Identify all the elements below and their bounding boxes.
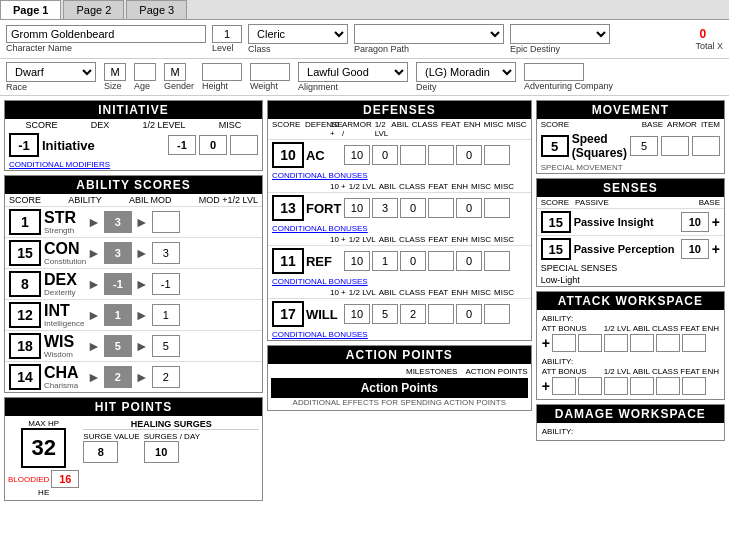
str-name-block: STR Strength xyxy=(44,210,84,235)
will-val4[interactable] xyxy=(428,304,454,324)
atk2-half-lvl[interactable] xyxy=(578,377,602,395)
surge-value-input[interactable] xyxy=(83,441,118,463)
paragon-dropdown[interactable] xyxy=(354,24,504,44)
speed-item-input[interactable] xyxy=(692,136,720,156)
str-mod-half-input[interactable] xyxy=(152,211,180,233)
fort-val5[interactable] xyxy=(456,198,482,218)
tab-bar: Page 1 Page 2 Page 3 xyxy=(0,0,729,20)
fort-val1[interactable] xyxy=(344,198,370,218)
hp-value-input[interactable] xyxy=(21,428,66,468)
will-val2[interactable] xyxy=(372,304,398,324)
dex-score-input[interactable] xyxy=(9,271,41,297)
surges-day-label: SURGES / DAY xyxy=(144,432,200,441)
ability-scores-section: ABILITY SCORES SCORE ABILITY ABIL MOD MO… xyxy=(4,175,263,393)
atk1-half-lvl[interactable] xyxy=(578,334,602,352)
epic-dropdown[interactable] xyxy=(510,24,610,44)
will-cond-bonus[interactable]: CONDITIONAL BONUSES xyxy=(268,329,531,340)
tab-page3[interactable]: Page 3 xyxy=(126,0,187,19)
int-score-input[interactable] xyxy=(9,302,41,328)
class-dropdown[interactable]: Cleric xyxy=(248,24,348,44)
alignment-dropdown[interactable]: Lawful Good xyxy=(298,62,408,82)
ac-val5[interactable] xyxy=(456,145,482,165)
initiative-misc-input[interactable] xyxy=(230,135,258,155)
gender-input[interactable] xyxy=(164,63,186,81)
surges-day-input[interactable] xyxy=(144,441,179,463)
fort-spacer xyxy=(272,182,327,191)
tab-page2[interactable]: Page 2 xyxy=(63,0,124,19)
atk1-class[interactable] xyxy=(630,334,654,352)
int-mod-half-input[interactable] xyxy=(152,304,180,326)
ref-val1[interactable] xyxy=(344,251,370,271)
tab-page1[interactable]: Page 1 xyxy=(0,0,61,19)
weight-input[interactable] xyxy=(250,63,290,81)
speed-base-input[interactable] xyxy=(630,136,658,156)
bloodied-value-input[interactable] xyxy=(51,470,79,488)
will-val5[interactable] xyxy=(456,304,482,324)
cha-score-input[interactable] xyxy=(9,364,41,390)
char-name-input[interactable] xyxy=(6,25,206,43)
height-input[interactable] xyxy=(202,63,242,81)
ref-cond-bonus[interactable]: CONDITIONAL BONUSES xyxy=(268,276,531,287)
wis-score-input[interactable] xyxy=(9,333,41,359)
speed-row: 5 Speed (Squares) xyxy=(537,130,724,162)
fort-val3[interactable] xyxy=(400,198,426,218)
size-input[interactable] xyxy=(104,63,126,81)
passive-insight-base[interactable] xyxy=(681,212,709,232)
con-mod: 3 xyxy=(104,242,132,264)
total-xp-label: Total X xyxy=(695,41,723,51)
fort-val6[interactable] xyxy=(484,198,510,218)
ac-score-input[interactable] xyxy=(272,142,304,168)
company-input[interactable] xyxy=(524,63,584,81)
will-val1[interactable] xyxy=(344,304,370,324)
fort-class-label: CLASS xyxy=(399,182,425,191)
atk1-abil[interactable] xyxy=(604,334,628,352)
action-points-button[interactable]: Action Points xyxy=(271,378,528,398)
initiative-half-lvl-input[interactable] xyxy=(199,135,227,155)
will-score-input[interactable] xyxy=(272,301,304,327)
ref-val3[interactable] xyxy=(400,251,426,271)
ref-score-input[interactable] xyxy=(272,248,304,274)
atk2-feat[interactable] xyxy=(656,377,680,395)
dex-mod-half-input[interactable] xyxy=(152,273,180,295)
ref-val2[interactable] xyxy=(372,251,398,271)
ref-val4[interactable] xyxy=(428,251,454,271)
wis-mod-half-input[interactable] xyxy=(152,335,180,357)
atk1-feat[interactable] xyxy=(656,334,680,352)
speed-armor-input[interactable] xyxy=(661,136,689,156)
ac-val4[interactable] xyxy=(428,145,454,165)
age-input[interactable] xyxy=(134,63,156,81)
initiative-cond-mod[interactable]: CONDITIONAL MODIFIERS xyxy=(5,159,262,170)
race-dropdown[interactable]: Dwarf xyxy=(6,62,96,82)
ac-val1[interactable] xyxy=(344,145,370,165)
ac-val2[interactable] xyxy=(372,145,398,165)
atk2-bonus[interactable] xyxy=(552,377,576,395)
fort-val4[interactable] xyxy=(428,198,454,218)
deity-group: (LG) Moradin Deity xyxy=(416,62,516,92)
str-score-input[interactable] xyxy=(9,209,41,235)
atk2-class[interactable] xyxy=(630,377,654,395)
fort-score-input[interactable] xyxy=(272,195,304,221)
ref-val6[interactable] xyxy=(484,251,510,271)
initiative-dex-input[interactable] xyxy=(168,135,196,155)
ac-cond-bonus[interactable]: CONDITIONAL BONUSES xyxy=(268,170,531,181)
con-score-input[interactable] xyxy=(9,240,41,266)
level-input[interactable] xyxy=(212,25,242,43)
fort-val2[interactable] xyxy=(372,198,398,218)
ref-val5[interactable] xyxy=(456,251,482,271)
str-arrow2: ► xyxy=(135,214,149,230)
ac-val3[interactable] xyxy=(400,145,426,165)
cha-mod-half-input[interactable] xyxy=(152,366,180,388)
deity-dropdown[interactable]: (LG) Moradin xyxy=(416,62,516,82)
will-val6[interactable] xyxy=(484,304,510,324)
fort-cond-bonus[interactable]: CONDITIONAL BONUSES xyxy=(268,223,531,234)
atk1-enh[interactable] xyxy=(682,334,706,352)
con-mod-half-input[interactable] xyxy=(152,242,180,264)
ac-val6[interactable] xyxy=(484,145,510,165)
atk2-enh[interactable] xyxy=(682,377,706,395)
atk1-bonus[interactable] xyxy=(552,334,576,352)
atk2-abil[interactable] xyxy=(604,377,628,395)
atk2-ability-label: ABILITY: xyxy=(540,356,721,367)
will-val3[interactable] xyxy=(400,304,426,324)
passive-perception-base[interactable] xyxy=(681,239,709,259)
dmg-ability-label: ABILITY: xyxy=(540,426,721,437)
